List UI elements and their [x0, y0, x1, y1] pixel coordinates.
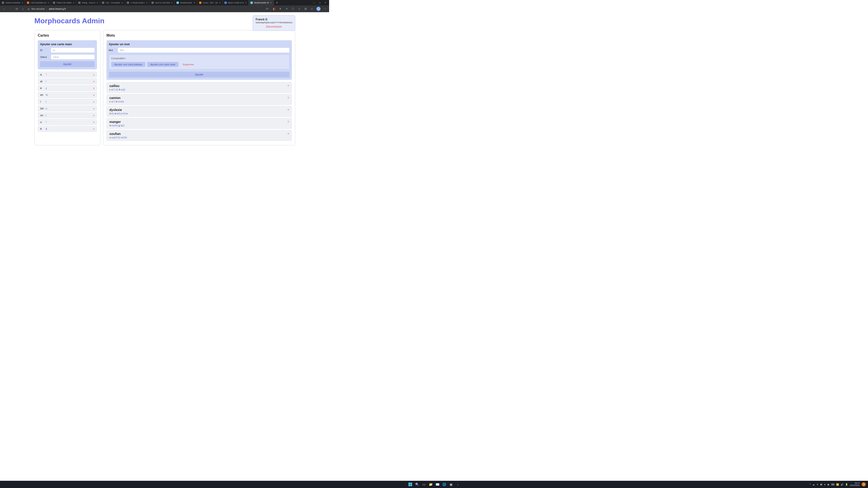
carte-id: en — [40, 93, 46, 96]
tab-9[interactable]: Beej's Guide to N× — [223, 0, 249, 5]
close-icon[interactable]: × — [146, 1, 148, 4]
compo-part: a(^) — [111, 100, 115, 103]
carte-item: ion ù x — [38, 105, 97, 112]
composition-box: Composition : Ajouter une carte plateau … — [109, 55, 289, 69]
tab-3[interactable]: swing - How to× — [76, 0, 100, 5]
valeur-input[interactable] — [51, 55, 95, 59]
mot-composition: s ou(|) f i(\) en(%) — [110, 136, 289, 139]
id-label: ID — [40, 49, 49, 52]
compo-part: a(^) — [111, 88, 115, 91]
extension-icon[interactable]: ◧ — [272, 7, 276, 11]
tab-10-active[interactable]: Morphocards Ad× — [249, 0, 274, 5]
profile-icon[interactable]: ☺ — [310, 7, 314, 11]
delete-mot-button[interactable]: x — [288, 84, 289, 87]
favicon-icon — [27, 2, 29, 4]
compo-part: s — [110, 136, 111, 139]
close-icon[interactable]: × — [96, 1, 98, 4]
delete-mot-button[interactable]: x — [288, 96, 289, 99]
reload-button[interactable]: ⟳ — [15, 7, 19, 11]
ajouter-carte-button[interactable]: Ajouter — [40, 61, 95, 67]
close-icon[interactable]: × — [48, 1, 49, 4]
security-status[interactable]: Non sécurisé — [31, 8, 44, 10]
collections-icon[interactable]: ⊞ — [304, 7, 307, 11]
ajouter-carte-main-button[interactable]: Ajouter une carte main — [147, 62, 179, 67]
compo-part: ion(ù) — [118, 100, 124, 103]
logout-button[interactable]: Deconnexion — [256, 25, 292, 28]
tab-0[interactable]: unistra-schedule× — [0, 0, 25, 5]
delete-carte-button[interactable]: x — [93, 114, 95, 117]
tab-5[interactable]: A Visual Guide t× — [125, 0, 150, 5]
compo-part: ou(|) — [111, 136, 116, 139]
close-icon[interactable]: × — [219, 1, 220, 4]
tab-6[interactable]: How to Use Butt× — [150, 0, 175, 5]
extension-icon[interactable]: ✦ — [278, 7, 282, 11]
forward-button[interactable]: → — [8, 7, 12, 11]
mot-item: caillou c a(^) i(\) ll ou(|) x — [106, 82, 292, 93]
composition-label: Composition : — [111, 57, 287, 60]
menu-icon[interactable]: ⋯ — [323, 7, 327, 11]
user-avatar-icon[interactable] — [316, 7, 320, 11]
close-window-icon[interactable]: ✕ — [324, 2, 327, 4]
ajouter-mot-button[interactable]: Ajouter — [109, 72, 289, 78]
delete-carte-button[interactable]: x — [93, 80, 95, 83]
compo-part: f — [116, 136, 117, 139]
url-text[interactable]: admin.franck-g.fr — [49, 8, 66, 10]
favicon-icon — [102, 2, 104, 4]
tab-7[interactable]: Morphocards× — [175, 0, 197, 5]
delete-carte-button[interactable]: x — [93, 100, 95, 103]
carte-id: a — [40, 73, 46, 76]
compo-part: en(%) — [112, 124, 118, 127]
user-panel: Franck G 6W6oMpRQ65UUpSYTYT5hUf4MMJm2 De… — [253, 16, 295, 31]
favorites-icon[interactable]: ✩ — [298, 7, 301, 11]
close-icon[interactable]: × — [171, 1, 173, 4]
mot-list: caillou c a(^) i(\) ll ou(|) xcamion c a… — [106, 82, 292, 141]
tab-1[interactable]: Add GameBar an× — [25, 0, 51, 5]
compo-part: ai(!) — [117, 112, 121, 115]
favicon-icon — [53, 2, 55, 4]
close-icon[interactable]: × — [73, 1, 74, 4]
carte-item: a ^ x — [38, 72, 97, 78]
delete-mot-button[interactable]: x — [288, 108, 289, 111]
carte-id: ion — [40, 107, 46, 110]
id-input[interactable] — [51, 48, 95, 53]
tab-8[interactable]: Cours : S32 - Se× — [197, 0, 223, 5]
form-title: Ajouter un mot — [109, 42, 289, 46]
delete-carte-button[interactable]: x — [93, 107, 95, 110]
delete-carte-button[interactable]: x — [93, 73, 95, 76]
supprimer-button[interactable]: Supprimer — [180, 62, 196, 67]
delete-carte-button[interactable]: x — [93, 127, 95, 130]
delete-carte-button[interactable]: x — [93, 87, 95, 90]
delete-mot-button[interactable]: x — [288, 120, 289, 123]
extension-react-icon[interactable]: ⚛ — [285, 7, 288, 11]
read-aloud-icon[interactable]: A⁺ — [266, 7, 270, 11]
compo-part: en(%) — [121, 136, 127, 139]
ajouter-carte-plateau-button[interactable]: Ajouter une carte plateau — [111, 62, 145, 67]
tab-4[interactable]: A31 - Conceptio× — [100, 0, 125, 5]
compo-part: m — [110, 124, 111, 127]
close-icon[interactable]: × — [245, 1, 246, 4]
close-icon[interactable]: × — [121, 1, 123, 4]
carte-value: ^ — [46, 73, 47, 76]
tab-2[interactable]: Patron de métho× — [51, 0, 76, 5]
favicon-icon — [127, 2, 129, 4]
address-bar: ← → ⟳ ⌂ ⚠ Non sécurisé | admin.franck-g.… — [0, 5, 329, 12]
valeur-label: Valeur — [40, 56, 49, 58]
favicon-icon — [2, 2, 4, 4]
close-icon[interactable]: × — [194, 1, 195, 4]
close-icon[interactable]: × — [22, 1, 23, 4]
mot-input[interactable] — [118, 48, 289, 53]
back-button[interactable]: ← — [2, 7, 6, 11]
delete-mot-button[interactable]: x — [288, 132, 289, 135]
extensions-icon[interactable]: ⬡ — [291, 7, 295, 11]
page-content: Morphocards Admin Franck G 6W6oMpRQ65UUp… — [0, 12, 329, 177]
mot-composition: c a(^) i(\) ll ou(|) — [110, 88, 289, 91]
maximize-icon[interactable]: ▢ — [319, 2, 321, 4]
delete-carte-button[interactable]: x — [93, 121, 95, 123]
close-icon[interactable]: × — [270, 1, 272, 4]
delete-carte-button[interactable]: x — [93, 94, 95, 96]
new-tab-button[interactable]: + — [274, 1, 280, 5]
favicon-icon — [199, 2, 202, 4]
favicon-icon — [250, 2, 253, 4]
home-button[interactable]: ⌂ — [21, 7, 25, 11]
minimize-icon[interactable]: — — [313, 2, 315, 4]
